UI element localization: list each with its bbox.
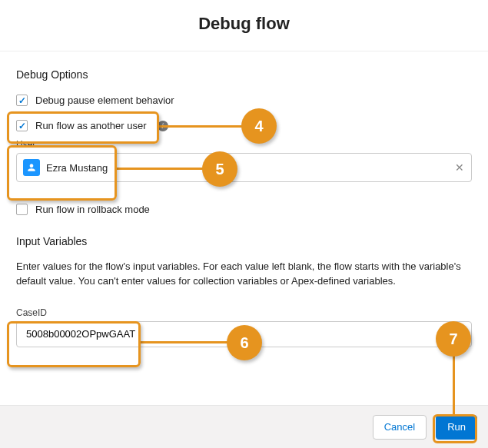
debug-pause-checkbox[interactable] [16, 95, 28, 106]
dialog-body: Debug Options Debug pause element behavi… [0, 51, 488, 355]
rollback-checkbox[interactable] [16, 204, 28, 215]
user-lookup-wrap: Ezra Mustang ✕ [16, 153, 472, 182]
cancel-button[interactable]: Cancel [373, 415, 427, 440]
run-as-user-checkbox[interactable] [16, 120, 28, 131]
run-as-user-label: Run flow as another user [35, 120, 147, 131]
run-button[interactable]: Run [436, 415, 477, 440]
caseid-label: CaseID [16, 307, 472, 318]
debug-pause-row: Debug pause element behavior [16, 95, 472, 106]
info-icon[interactable]: i [158, 121, 168, 131]
user-field-label: User [16, 139, 472, 150]
user-lookup-input[interactable]: Ezra Mustang [16, 153, 472, 182]
user-icon [23, 159, 40, 176]
input-variables-help: Enter values for the flow's input variab… [16, 260, 472, 289]
user-lookup-value: Ezra Mustang [46, 162, 108, 174]
input-variables-title: Input Variables [16, 235, 472, 247]
debug-options-title: Debug Options [16, 68, 472, 81]
debug-pause-label: Debug pause element behavior [35, 95, 174, 106]
input-variables-section: Input Variables Enter values for the flo… [16, 235, 472, 347]
dialog-header: Debug flow [0, 0, 488, 51]
dialog-title: Debug flow [0, 14, 488, 34]
run-as-user-row: Run flow as another user i [16, 120, 472, 131]
clear-user-icon[interactable]: ✕ [455, 161, 464, 174]
dialog-footer: Cancel Run [0, 405, 488, 448]
rollback-row: Run flow in rollback mode [16, 204, 472, 215]
caseid-input[interactable] [16, 321, 472, 347]
rollback-label: Run flow in rollback mode [35, 204, 150, 215]
